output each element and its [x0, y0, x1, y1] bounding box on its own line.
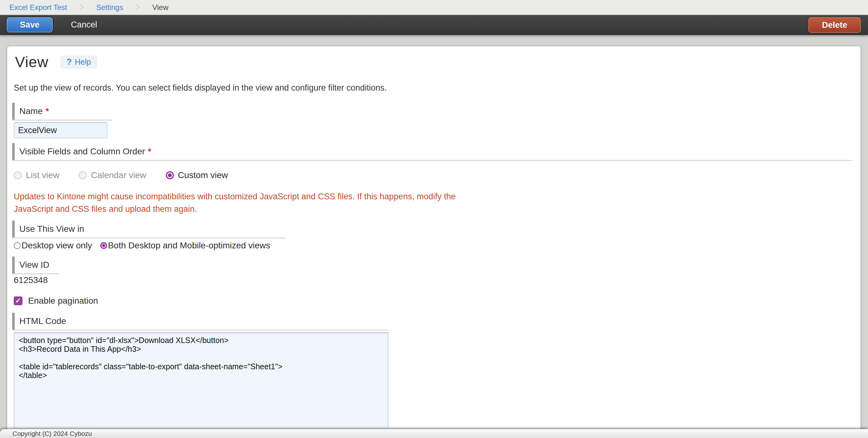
- use-view-radio-group: Desktop view only Both Desktop and Mobil…: [14, 240, 270, 251]
- section-divider: [12, 120, 112, 121]
- radio-label: List view: [26, 170, 59, 180]
- view-name-input[interactable]: [14, 122, 107, 138]
- radio-icon: [14, 171, 22, 179]
- radio-label: Calendar view: [91, 170, 146, 180]
- html-code-section-header: HTML Code: [12, 313, 66, 329]
- required-asterisk: *: [45, 106, 49, 116]
- action-toolbar: Save Cancel Delete: [0, 15, 868, 35]
- copyright-text: Copyright (C) 2024 Cybozu: [12, 430, 92, 437]
- visible-fields-section-header: Visible Fields and Column Order *: [12, 143, 151, 160]
- checkbox-label: Enable pagination: [28, 296, 98, 306]
- html-code-label: HTML Code: [19, 316, 66, 326]
- question-icon: ?: [66, 57, 72, 67]
- radio-custom-view[interactable]: Custom view: [166, 170, 228, 180]
- required-asterisk: *: [148, 147, 151, 156]
- radio-selected-icon: [100, 242, 107, 249]
- name-label: Name: [19, 106, 43, 116]
- breadcrumb-separator-icon: [78, 4, 84, 11]
- view-id-label: View ID: [19, 260, 49, 270]
- section-bar: [12, 221, 15, 237]
- breadcrumb-current: View: [152, 3, 168, 12]
- section-divider: [12, 237, 285, 238]
- radio-label: Both Desktop and Mobile-optimized views: [108, 240, 270, 251]
- section-bar: [12, 103, 15, 120]
- section-bar: [12, 143, 15, 160]
- page-description: Set up the view of records. You can sele…: [14, 83, 387, 93]
- view-id-value: 6125348: [14, 275, 48, 285]
- name-section-header: Name *: [12, 103, 49, 120]
- delete-button[interactable]: Delete: [808, 17, 861, 33]
- radio-selected-icon: [166, 171, 174, 179]
- section-bar: [12, 313, 15, 329]
- check-icon: ✓: [15, 297, 21, 304]
- radio-desktop-only[interactable]: Desktop view only: [14, 240, 92, 251]
- breadcrumb-separator-icon: [134, 4, 140, 11]
- breadcrumb-app-link[interactable]: Excel Export Test: [9, 3, 67, 12]
- page-title-row: View ? Help: [15, 53, 97, 70]
- cancel-button[interactable]: Cancel: [71, 20, 97, 30]
- radio-label: Custom view: [178, 170, 228, 180]
- section-bar: [12, 257, 15, 273]
- help-button[interactable]: ? Help: [60, 56, 97, 69]
- html-code-textarea[interactable]: <button type="button" id="dl-xlsx">Downl…: [14, 332, 389, 438]
- help-label: Help: [75, 57, 91, 66]
- radio-calendar-view[interactable]: Calendar view: [79, 170, 146, 180]
- section-divider: [12, 273, 59, 274]
- checkbox-checked-icon: ✓: [14, 296, 23, 305]
- customization-warning: Updates to Kintone might cause incompati…: [14, 190, 463, 215]
- visible-fields-label: Visible Fields and Column Order: [19, 147, 145, 156]
- radio-desktop-and-mobile[interactable]: Both Desktop and Mobile-optimized views: [100, 240, 270, 251]
- breadcrumb-settings-link[interactable]: Settings: [96, 3, 123, 12]
- section-divider: [12, 329, 389, 330]
- view-type-radio-group: List view Calendar view Custom view: [14, 169, 228, 181]
- radio-list-view[interactable]: List view: [14, 170, 59, 180]
- page-title: View: [15, 53, 49, 70]
- save-button[interactable]: Save: [6, 17, 53, 32]
- use-view-label: Use This View in: [19, 224, 84, 234]
- use-view-section-header: Use This View in: [12, 221, 84, 237]
- section-divider: [12, 160, 852, 161]
- view-id-section-header: View ID: [12, 257, 49, 273]
- footer: Copyright (C) 2024 Cybozu: [0, 429, 868, 438]
- breadcrumb: Excel Export Test Settings View: [0, 0, 868, 15]
- radio-icon: [79, 171, 87, 179]
- radio-label: Desktop view only: [22, 240, 92, 251]
- enable-pagination-checkbox[interactable]: ✓ Enable pagination: [14, 296, 98, 306]
- settings-panel: View ? Help Set up the view of records. …: [7, 46, 861, 438]
- radio-icon: [14, 242, 21, 249]
